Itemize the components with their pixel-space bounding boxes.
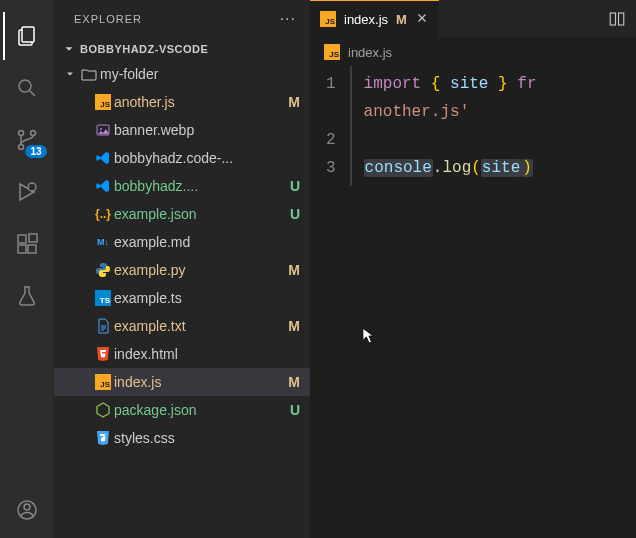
ts-file-icon: TS	[95, 290, 111, 306]
code-line: another.js'	[364, 98, 537, 126]
file-row[interactable]: index.html	[54, 340, 310, 368]
js-file-icon: JS	[320, 11, 336, 27]
file-label: bobbyhadz....	[114, 178, 286, 194]
editor-tabs: JS index.js M	[310, 0, 636, 38]
image-file-icon	[95, 122, 111, 138]
file-row[interactable]: JSanother.jsM	[54, 88, 310, 116]
file-git-status: M	[286, 374, 300, 390]
file-label: example.ts	[114, 290, 286, 306]
file-row[interactable]: TSexample.ts	[54, 284, 310, 312]
breadcrumb-file: index.js	[348, 45, 392, 60]
svg-rect-11	[29, 234, 37, 242]
python-file-icon	[95, 262, 111, 278]
text-file-icon	[95, 318, 111, 334]
svg-point-5	[18, 145, 23, 150]
code-editor[interactable]: 1 2 3 import { site } fr another.js' con…	[310, 66, 636, 186]
code-line	[364, 126, 537, 154]
source-control-activity[interactable]: 13	[3, 116, 51, 164]
json-file-icon: {..}	[95, 207, 111, 221]
file-git-status: U	[286, 206, 300, 222]
file-row[interactable]: M↓example.md	[54, 228, 310, 256]
testing-activity[interactable]	[3, 272, 51, 320]
close-icon	[415, 11, 429, 25]
css-file-icon	[95, 430, 111, 446]
run-debug-activity[interactable]	[3, 168, 51, 216]
file-row[interactable]: example.pyM	[54, 256, 310, 284]
accounts-activity[interactable]	[3, 486, 51, 534]
file-label: index.html	[114, 346, 286, 362]
folder-open-icon	[81, 66, 97, 82]
extensions-icon	[15, 232, 39, 256]
svg-point-4	[30, 131, 35, 136]
code-buffer[interactable]: import { site } fr another.js' console.l…	[350, 66, 537, 186]
file-label: index.js	[114, 374, 286, 390]
split-compare-icon	[608, 10, 626, 28]
line-number: 1	[326, 70, 336, 98]
project-header[interactable]: BOBBYHADZ-VSCODE	[54, 38, 310, 60]
code-line: console.log(site)	[364, 154, 537, 182]
file-label: package.json	[114, 402, 286, 418]
sidebar-header: EXPLORER ···	[54, 0, 310, 38]
tab-close-button[interactable]	[415, 11, 429, 28]
line-number: 3	[326, 154, 336, 182]
tab-index-js[interactable]: JS index.js M	[310, 0, 439, 37]
file-row[interactable]: example.txtM	[54, 312, 310, 340]
file-row[interactable]: bobbyhadz....U	[54, 172, 310, 200]
source-control-badge: 13	[25, 145, 46, 158]
file-git-status: M	[286, 262, 300, 278]
extensions-activity[interactable]	[3, 220, 51, 268]
line-gutter: 1 2 3	[310, 66, 350, 186]
file-row[interactable]: styles.css	[54, 424, 310, 452]
svg-point-7	[28, 183, 36, 191]
js-file-icon: JS	[324, 44, 340, 60]
chevron-down-icon	[62, 42, 76, 56]
svg-point-1	[19, 80, 31, 92]
svg-point-3	[18, 131, 23, 136]
svg-point-13	[24, 504, 30, 510]
line-number: 2	[326, 126, 336, 154]
file-git-status: M	[286, 94, 300, 110]
svg-point-15	[100, 128, 102, 130]
editor-area: JS index.js M JS index.js 1 2 3 import {…	[310, 0, 636, 538]
search-icon	[15, 76, 39, 100]
file-label: example.json	[114, 206, 286, 222]
file-row[interactable]: bobbyhadz.code-...	[54, 144, 310, 172]
mouse-cursor-icon	[362, 326, 376, 346]
file-git-status: U	[286, 178, 300, 194]
folder-row[interactable]: my-folder	[54, 60, 310, 88]
file-label: example.txt	[114, 318, 286, 334]
svg-line-2	[29, 91, 35, 97]
explorer-activity[interactable]	[3, 12, 51, 60]
html-file-icon	[95, 346, 111, 362]
chevron-down-icon	[64, 68, 76, 80]
play-bug-icon	[15, 180, 39, 204]
file-label: example.py	[114, 262, 286, 278]
code-line: import { site } fr	[364, 70, 537, 98]
js-file-icon: JS	[95, 374, 111, 390]
file-row[interactable]: package.jsonU	[54, 396, 310, 424]
explorer-sidebar: EXPLORER ··· BOBBYHADZ-VSCODE my-folderJ…	[54, 0, 310, 538]
vscode-file-icon	[95, 150, 111, 166]
file-row[interactable]: banner.webp	[54, 116, 310, 144]
file-label: banner.webp	[114, 122, 286, 138]
file-row[interactable]: {..}example.jsonU	[54, 200, 310, 228]
flask-icon	[15, 284, 39, 308]
sidebar-more-button[interactable]: ···	[280, 10, 296, 28]
search-activity[interactable]	[3, 64, 51, 112]
activity-bar: 13	[0, 0, 54, 538]
md-file-icon: M↓	[97, 237, 109, 247]
node-file-icon	[95, 402, 111, 418]
breadcrumb[interactable]: JS index.js	[310, 38, 636, 66]
svg-rect-21	[610, 13, 615, 25]
file-label: bobbyhadz.code-...	[114, 150, 286, 166]
file-label: styles.css	[114, 430, 286, 446]
file-row[interactable]: JSindex.jsM	[54, 368, 310, 396]
svg-rect-10	[28, 245, 36, 253]
tab-toolbar[interactable]	[598, 0, 636, 37]
tab-git-status: M	[396, 12, 407, 27]
file-label: example.md	[114, 234, 286, 250]
svg-rect-22	[619, 13, 624, 25]
account-icon	[15, 498, 39, 522]
file-label: another.js	[114, 94, 286, 110]
file-git-status: M	[286, 318, 300, 334]
